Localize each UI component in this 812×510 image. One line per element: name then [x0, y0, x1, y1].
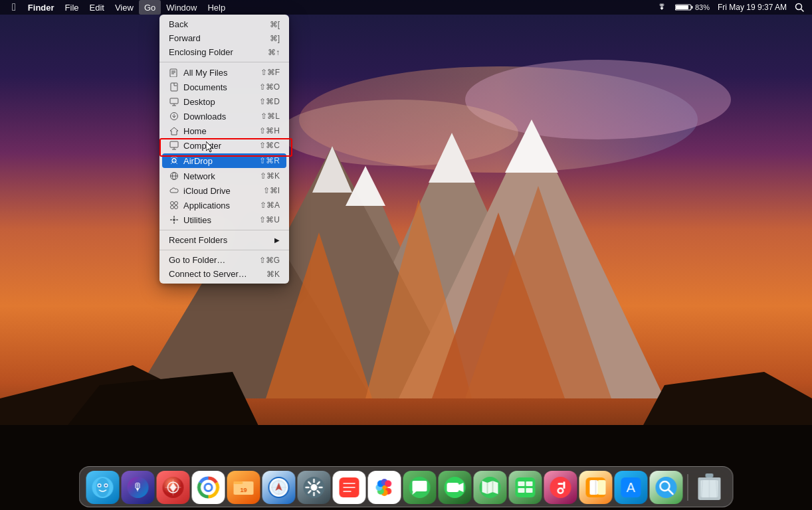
menu-item-applications[interactable]: Applications ⇧⌘A	[159, 198, 289, 212]
menu-item-home[interactable]: Home ⇧⌘H	[159, 124, 289, 138]
menu-item-enclosing-folder[interactable]: Enclosing Folder ⌘↑	[159, 45, 289, 59]
downloads-icon	[169, 111, 179, 122]
svg-point-80	[311, 484, 318, 491]
svg-marker-35	[170, 128, 178, 135]
menu-item-desktop[interactable]: Desktop ⇧⌘D	[159, 94, 289, 109]
svg-point-57	[98, 485, 100, 487]
finder-menu[interactable]: Finder	[23, 0, 60, 15]
svg-rect-112	[526, 481, 533, 486]
svg-point-66	[206, 485, 211, 490]
menu-item-all-my-files[interactable]: All My Files ⇧⌘F	[159, 65, 289, 80]
all-my-files-icon	[169, 67, 179, 78]
menu-item-go-to-folder[interactable]: Go to Folder… ⇧⌘G	[159, 253, 289, 267]
svg-rect-132	[706, 473, 714, 477]
svg-line-25	[801, 9, 804, 12]
menu-item-back[interactable]: Back ⌘[	[159, 17, 289, 31]
dock-item-safari[interactable]	[262, 471, 296, 504]
svg-point-46	[175, 206, 178, 209]
svg-rect-118	[563, 481, 565, 489]
svg-text:A: A	[627, 480, 636, 495]
dock-item-chrome[interactable]	[192, 471, 225, 504]
documents-icon	[169, 82, 179, 92]
wifi-status	[654, 3, 670, 11]
menubar:  Finder File Edit View Go Window Help 8…	[0, 0, 812, 15]
dock: 🎙 19	[79, 466, 734, 507]
dock-item-folder[interactable]: 19	[227, 471, 260, 504]
battery-status: 83%	[672, 3, 712, 11]
dock-item-siri[interactable]: 🎙	[122, 471, 155, 504]
desktop-background	[0, 0, 812, 510]
dock-divider	[688, 474, 688, 501]
svg-rect-36	[170, 141, 178, 147]
dock-item-facetime[interactable]	[439, 471, 472, 504]
svg-point-126	[656, 477, 677, 498]
svg-rect-121	[590, 480, 598, 495]
dock-item-ibooks[interactable]	[579, 471, 613, 504]
separator-3	[159, 250, 289, 250]
svg-rect-23	[676, 5, 688, 9]
svg-point-43	[171, 202, 174, 205]
airdrop-icon	[169, 155, 179, 166]
menu-item-airdrop[interactable]: AirDrop ⇧⌘R	[162, 153, 286, 168]
svg-rect-26	[170, 69, 177, 77]
menu-item-connect-to-server[interactable]: Connect to Server… ⌘K	[159, 267, 289, 281]
dock-item-appstore[interactable]: A	[615, 471, 648, 504]
dock-item-system-preferences[interactable]	[298, 471, 331, 504]
menu-item-icloud-drive[interactable]: iCloud Drive ⇧⌘I	[159, 183, 289, 198]
svg-marker-107	[482, 481, 498, 494]
datetime: Fri May 19 9:37 AM	[715, 3, 789, 12]
go-menu[interactable]: Go	[139, 0, 161, 15]
desktop-icon	[169, 96, 179, 107]
go-dropdown-menu: Back ⌘[ Forward ⌘] Enclosing Folder ⌘↑ A…	[159, 15, 289, 284]
svg-rect-68	[234, 481, 243, 484]
dock-item-numbers[interactable]	[509, 471, 542, 504]
separator-2	[159, 230, 289, 230]
apple-menu[interactable]: 	[5, 0, 23, 15]
svg-point-3	[279, 100, 518, 166]
desktop:  Finder File Edit View Go Window Help 8…	[0, 0, 812, 510]
dock-item-photos[interactable]	[368, 471, 401, 504]
menu-item-downloads[interactable]: Downloads ⇧⌘L	[159, 109, 289, 124]
menu-item-utilities[interactable]: Utilities ⇧⌘U	[159, 212, 289, 227]
dock-item-reminders[interactable]	[333, 471, 366, 504]
dock-item-trash[interactable]	[693, 471, 726, 504]
dock-item-itunes[interactable]	[544, 471, 577, 504]
menu-item-recent-folders[interactable]: Recent Folders ▶	[159, 233, 289, 247]
svg-point-54	[96, 478, 110, 497]
menu-item-forward[interactable]: Forward ⌘]	[159, 31, 289, 45]
svg-rect-31	[170, 98, 178, 104]
menu-item-network[interactable]: Network ⇧⌘K	[159, 169, 289, 183]
svg-point-47	[173, 218, 175, 221]
menu-item-computer[interactable]: Computer ⇧⌘C	[159, 138, 289, 153]
dock-item-maps[interactable]	[474, 471, 507, 504]
icloud-icon	[169, 185, 179, 196]
svg-rect-22	[691, 6, 692, 9]
edit-menu[interactable]: Edit	[84, 0, 110, 15]
separator-1	[159, 62, 289, 62]
dock-item-finder[interactable]	[86, 471, 120, 504]
svg-rect-122	[598, 480, 606, 495]
svg-rect-113	[518, 488, 525, 493]
dock-item-google[interactable]	[650, 471, 683, 504]
menu-item-documents[interactable]: Documents ⇧⌘O	[159, 80, 289, 94]
svg-rect-104	[447, 483, 459, 492]
applications-icon	[169, 200, 179, 211]
svg-point-117	[559, 489, 562, 493]
window-menu[interactable]: Window	[161, 0, 202, 15]
dock-item-messages[interactable]	[403, 471, 437, 504]
svg-point-58	[105, 485, 107, 487]
svg-text:19: 19	[240, 487, 247, 493]
svg-rect-114	[526, 488, 533, 493]
svg-rect-110	[516, 477, 536, 497]
battery-percent: 83%	[695, 3, 710, 11]
search-icon-menubar[interactable]	[792, 3, 807, 12]
svg-point-45	[171, 206, 174, 209]
help-menu[interactable]: Help	[202, 0, 231, 15]
network-icon	[169, 171, 179, 181]
file-menu[interactable]: File	[60, 0, 84, 15]
view-menu[interactable]: View	[110, 0, 139, 15]
utilities-icon	[169, 214, 179, 225]
svg-rect-119	[558, 483, 563, 485]
dock-item-launchpad[interactable]	[157, 471, 190, 504]
svg-text:🎙: 🎙	[133, 481, 144, 493]
